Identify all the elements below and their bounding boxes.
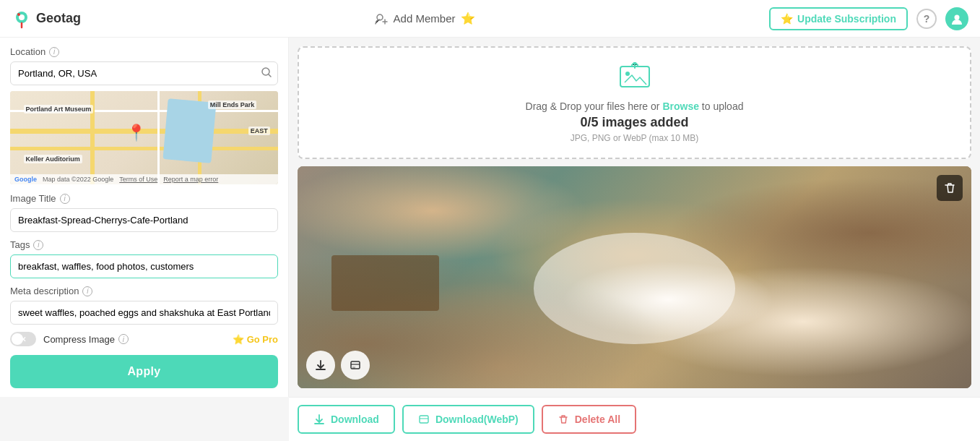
tags-label: Tags i xyxy=(10,239,278,250)
image-title-label: Image Title i xyxy=(10,193,278,204)
map-label-park: Mill Ends Park xyxy=(208,100,257,109)
download-btn-icon xyxy=(313,414,325,425)
help-button[interactable]: ? xyxy=(916,9,937,29)
logo-icon xyxy=(12,9,32,29)
go-pro-link[interactable]: ⭐ Go Pro xyxy=(233,334,278,345)
image-title-input[interactable] xyxy=(10,208,278,232)
map-pin: 📍 xyxy=(126,124,146,142)
apply-button[interactable]: Apply xyxy=(10,355,278,388)
webp-preview-button[interactable]: W xyxy=(341,351,370,380)
left-panel: Location i xyxy=(0,38,289,397)
browse-link[interactable]: Browse xyxy=(662,100,699,112)
svg-point-7 xyxy=(625,72,630,76)
road-h2 xyxy=(10,147,278,150)
update-subscription-button[interactable]: ⭐ Update Subscription xyxy=(769,7,908,30)
upload-zone[interactable]: Drag & Drop your files here or Browse to… xyxy=(298,46,971,159)
map-credit: Google Map data ©2022 Google Terms of Us… xyxy=(10,174,278,184)
search-icon xyxy=(261,67,272,78)
upload-icon xyxy=(619,62,651,95)
user-icon xyxy=(950,12,963,25)
title-info-icon[interactable]: i xyxy=(60,194,70,204)
header-left: Geotag xyxy=(12,9,81,29)
logo[interactable]: Geotag xyxy=(12,9,81,29)
fake-map: Portland Art Museum Mill Ends Park Kelle… xyxy=(10,91,278,184)
tags-group: Tags i xyxy=(10,239,278,278)
download-webp-icon xyxy=(418,414,430,425)
download-button[interactable]: Download xyxy=(298,405,395,434)
location-label: Location i xyxy=(10,46,278,57)
compress-row: ✕ Compress Image i ⭐ Go Pro xyxy=(10,332,278,346)
header-center: Add Member ⭐ xyxy=(375,12,476,25)
image-upload-icon xyxy=(619,62,651,88)
location-search-button[interactable] xyxy=(261,67,272,81)
coffee-cup xyxy=(331,255,439,311)
trash-icon xyxy=(943,181,956,194)
header: Geotag Add Member ⭐ ⭐ Update Subscriptio… xyxy=(0,0,980,38)
location-info-icon[interactable]: i xyxy=(49,47,59,57)
right-panel: Drag & Drop your files here or Browse to… xyxy=(289,38,980,397)
preview-actions: W xyxy=(306,351,370,380)
compress-label: Compress Image i xyxy=(43,334,129,345)
location-search xyxy=(10,61,278,85)
meta-input[interactable] xyxy=(10,301,278,325)
map-label-east: EAST xyxy=(248,127,270,135)
download-preview-button[interactable] xyxy=(306,351,335,380)
toggle-x-icon: ✕ xyxy=(20,335,26,343)
svg-point-2 xyxy=(17,13,20,16)
svg-text:W: W xyxy=(352,366,355,369)
map-container: Portland Art Museum Mill Ends Park Kelle… xyxy=(10,91,278,184)
location-input[interactable] xyxy=(10,61,278,85)
avatar-button[interactable] xyxy=(945,7,968,30)
svg-point-4 xyxy=(954,14,959,20)
image-preview: W xyxy=(298,166,971,388)
google-logo: Google xyxy=(14,176,37,183)
logo-text: Geotag xyxy=(36,11,81,26)
main-content: Location i xyxy=(0,38,980,397)
tags-info-icon[interactable]: i xyxy=(33,240,43,250)
map-label-auditorium: Keller Auditorium xyxy=(24,155,82,163)
delete-all-icon xyxy=(558,414,569,425)
add-member-icon xyxy=(375,12,388,25)
delete-all-button[interactable]: Delete All xyxy=(542,405,636,434)
upload-text: Drag & Drop your files here or Browse to… xyxy=(526,100,744,112)
road-v2 xyxy=(157,91,160,184)
download-webp-button[interactable]: Download(WebP) xyxy=(402,405,534,434)
compress-info-icon[interactable]: i xyxy=(118,334,129,344)
svg-rect-10 xyxy=(420,416,428,423)
tags-input[interactable] xyxy=(10,254,278,278)
crown-small: ⭐ xyxy=(781,13,793,25)
add-member-label[interactable]: Add Member xyxy=(394,12,456,25)
food-image xyxy=(298,166,971,388)
upload-count: 0/5 images added xyxy=(580,115,688,130)
meta-group: Meta description i xyxy=(10,286,278,325)
map-label-museum: Portland Art Museum xyxy=(24,105,94,114)
plate-circle xyxy=(534,233,736,344)
header-right: ⭐ Update Subscription ? xyxy=(769,7,968,30)
meta-label: Meta description i xyxy=(10,286,278,296)
upload-hint: JPG, PNG or WebP (max 10 MB) xyxy=(571,133,699,143)
image-title-group: Image Title i xyxy=(10,193,278,232)
meta-info-icon[interactable]: i xyxy=(82,286,92,296)
download-icon xyxy=(314,359,327,372)
bottom-bar: Download Download(WebP) Delete All xyxy=(289,397,980,441)
webp-icon: W xyxy=(349,359,362,372)
crown-icon: ⭐ xyxy=(461,12,475,25)
delete-image-button[interactable] xyxy=(937,175,963,201)
compress-toggle[interactable]: ✕ xyxy=(10,332,36,346)
